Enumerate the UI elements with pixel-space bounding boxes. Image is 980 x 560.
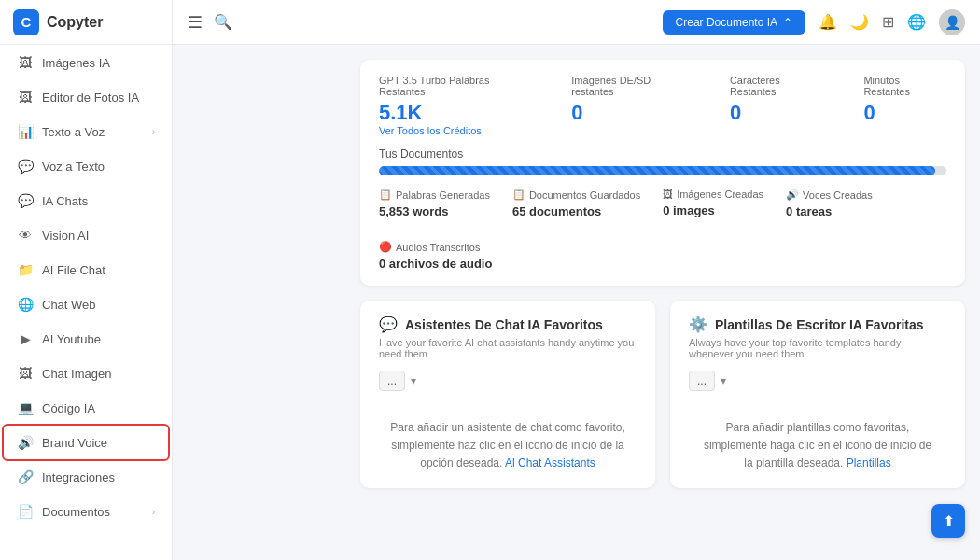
sidebar-icon-chat-imagen: 🖼 <box>17 365 34 382</box>
stat-icon-voces: 🔊 <box>786 189 799 201</box>
two-col-section: 💬 Asistentes De Chat IA Favoritos Have y… <box>360 301 965 488</box>
bell-icon[interactable]: 🔔 <box>819 13 837 31</box>
sidebar-label-integraciones: Integraciones <box>42 470 155 484</box>
stat-title-voces: 🔊 Voces Creadas <box>786 189 879 201</box>
stat-value-palabras: 5,853 words <box>379 204 490 218</box>
gpt-label: GPT 3.5 Turbo Palabras Restantes <box>379 75 534 97</box>
images-credits: Imágenes DE/SD restantes 0 <box>571 75 693 125</box>
stat-palabras: 📋 Palabras Generadas 5,853 words <box>379 189 490 218</box>
chat-assistants-link[interactable]: Al Chat Assistants <box>505 456 595 469</box>
app-brand: Copyter <box>47 14 103 31</box>
sidebar-label-vision-ai: Vision AI <box>42 229 155 243</box>
stats-row: 📋 Palabras Generadas 5,853 words 📋 Docum… <box>379 189 946 271</box>
sidebar-icon-integraciones: 🔗 <box>17 469 34 485</box>
moon-icon[interactable]: 🌙 <box>850 13 869 31</box>
avatar[interactable]: 👤 <box>939 9 965 35</box>
chevron-up-icon: ⌃ <box>783 16 792 29</box>
minutes-credits: Minutos Restantes 0 <box>863 75 946 125</box>
sidebar-item-voz-a-texto[interactable]: 💬 Voz a Texto <box>4 149 168 183</box>
templates-empty-text: Para añadir plantillas como favoritas, s… <box>689 419 946 473</box>
sidebar-icon-texto-a-voz: 📊 <box>17 123 34 140</box>
sidebar-label-chat-web: Chat Web <box>42 298 155 312</box>
gpt-value: 5.1K <box>379 101 534 125</box>
sidebar-icon-codigo-ia: 💻 <box>17 399 34 416</box>
stat-imagenes: 🖼 Imágenes Creadas 0 images <box>663 189 763 218</box>
docs-label: Tus Documentos <box>379 147 946 161</box>
stat-docs: 📋 Documentos Guardados 65 documentos <box>512 189 640 218</box>
sidebar-item-documentos[interactable]: 📄 Documentos › <box>4 495 168 528</box>
sidebar-item-chat-imagen[interactable]: 🖼 Chat Imagen <box>4 357 168 390</box>
progress-bar-fill <box>379 166 935 175</box>
chevron-icon: › <box>152 127 155 137</box>
sidebar-item-codigo-ia[interactable]: 💻 Código IA <box>4 391 168 425</box>
sidebar-item-ai-file-chat[interactable]: 📁 AI File Chat <box>4 253 168 287</box>
templates-card-title: Plantillas De Escritor IA Favoritas <box>715 317 924 332</box>
scroll-top-button[interactable]: ⬆ <box>931 504 965 538</box>
sidebar-item-integraciones[interactable]: 🔗 Integraciones <box>4 460 168 494</box>
app-logo[interactable]: C <box>13 9 39 35</box>
stat-icon-palabras: 📋 <box>379 189 392 201</box>
chat-assistants-card: 💬 Asistentes De Chat IA Favoritos Have y… <box>360 301 655 488</box>
chat-card-title: Asistentes De Chat IA Favoritos <box>405 317 603 332</box>
fullscreen-icon[interactable]: ⊞ <box>882 13 894 31</box>
stat-icon-docs: 📋 <box>512 189 525 201</box>
images-label: Imágenes DE/SD restantes <box>571 75 693 97</box>
sidebar-label-chat-imagen: Chat Imagen <box>42 367 155 381</box>
templates-card-icon: ⚙️ <box>689 315 707 333</box>
sidebar-icon-voz-a-texto: 💬 <box>17 158 34 175</box>
docs-section: Tus Documentos <box>379 147 946 175</box>
chat-card-toolbar: ... ▾ <box>379 371 637 391</box>
templates-card: ⚙️ Plantillas De Escritor IA Favoritas A… <box>670 301 965 488</box>
sidebar-label-documentos: Documentos <box>42 505 152 519</box>
sidebar-item-editor-fotos-ia[interactable]: 🖼 Editor de Fotos IA <box>4 80 168 114</box>
sidebar-item-chat-web[interactable]: 🌐 Chat Web <box>4 287 168 321</box>
sidebar-nav: 🖼 Imágenes IA 🖼 Editor de Fotos IA 📊 Tex… <box>0 45 172 560</box>
chat-empty-text: Para añadir un asistente de chat como fa… <box>379 419 637 473</box>
stat-title-imagenes: 🖼 Imágenes Creadas <box>663 189 763 200</box>
search-icon[interactable]: 🔍 <box>214 13 232 31</box>
progress-bar <box>379 166 946 175</box>
stat-value-docs: 65 documentos <box>512 204 640 218</box>
sidebar-label-brand-voice: Brand Voice <box>42 436 155 450</box>
sidebar-item-texto-a-voz[interactable]: 📊 Texto a Voz › <box>4 115 168 148</box>
topnav: ☰ 🔍 Crear Documento IA ⌃ 🔔 🌙 ⊞ 🌐 👤 <box>173 0 980 45</box>
menu-icon[interactable]: ☰ <box>188 12 203 33</box>
sidebar-item-ia-chats[interactable]: 💬 IA Chats <box>4 184 168 217</box>
chars-credits: Caracteres Restantes 0 <box>730 75 826 125</box>
sidebar-icon-vision-ai: 👁 <box>17 227 34 244</box>
sidebar-header: C Copyter <box>0 0 172 45</box>
view-all-credits-link[interactable]: Ver Todos los Créditos <box>379 125 534 136</box>
sidebar-icon-ia-chats: 💬 <box>17 192 34 209</box>
create-doc-button[interactable]: Crear Documento IA ⌃ <box>663 10 805 35</box>
sidebar-label-texto-a-voz: Texto a Voz <box>42 125 152 139</box>
stat-title-audios: 🔴 Audios Transcritos <box>379 241 492 253</box>
templates-link[interactable]: Plantillas <box>847 456 891 469</box>
sidebar-label-imagenes-ia: Imágenes IA <box>42 56 155 70</box>
sidebar-item-vision-ai[interactable]: 👁 Vision AI <box>4 218 168 252</box>
gpt-credits: GPT 3.5 Turbo Palabras Restantes 5.1K Ve… <box>379 75 534 136</box>
minutes-value: 0 <box>863 101 946 125</box>
sidebar-item-brand-voice[interactable]: 🔊 Brand Voice <box>4 426 168 459</box>
templates-dropdown-button[interactable]: ▾ <box>721 374 726 387</box>
stat-title-palabras: 📋 Palabras Generadas <box>379 189 490 201</box>
sidebar-label-ia-chats: IA Chats <box>42 194 155 208</box>
chat-card-icon: 💬 <box>379 315 398 333</box>
sidebar-icon-imagenes-ia: 🖼 <box>17 54 34 71</box>
stat-voces: 🔊 Voces Creadas 0 tareas <box>786 189 879 218</box>
chat-dropdown-button[interactable]: ▾ <box>411 374 416 387</box>
chars-value: 0 <box>730 101 826 125</box>
sidebar-icon-documentos: 📄 <box>17 503 34 520</box>
sidebar: C Copyter 🖼 Imágenes IA 🖼 Editor de Foto… <box>0 0 173 560</box>
templates-dots-button[interactable]: ... <box>689 371 715 391</box>
chars-label: Caracteres Restantes <box>730 75 826 97</box>
templates-card-header: ⚙️ Plantillas De Escritor IA Favoritas <box>689 315 946 333</box>
sidebar-item-imagenes-ia[interactable]: 🖼 Imágenes IA <box>4 46 168 79</box>
sidebar-icon-brand-voice: 🔊 <box>17 434 34 451</box>
stat-value-audios: 0 archivos de audio <box>379 257 492 271</box>
stat-value-imagenes: 0 images <box>663 203 763 217</box>
chat-dots-button[interactable]: ... <box>379 371 405 391</box>
chat-card-subtitle: Have your favorite AI chat assistants ha… <box>379 337 637 359</box>
globe-icon[interactable]: 🌐 <box>907 13 926 31</box>
chat-card-header: 💬 Asistentes De Chat IA Favoritos <box>379 315 637 333</box>
sidebar-item-ai-youtube[interactable]: ▶ AI Youtube <box>4 322 168 356</box>
